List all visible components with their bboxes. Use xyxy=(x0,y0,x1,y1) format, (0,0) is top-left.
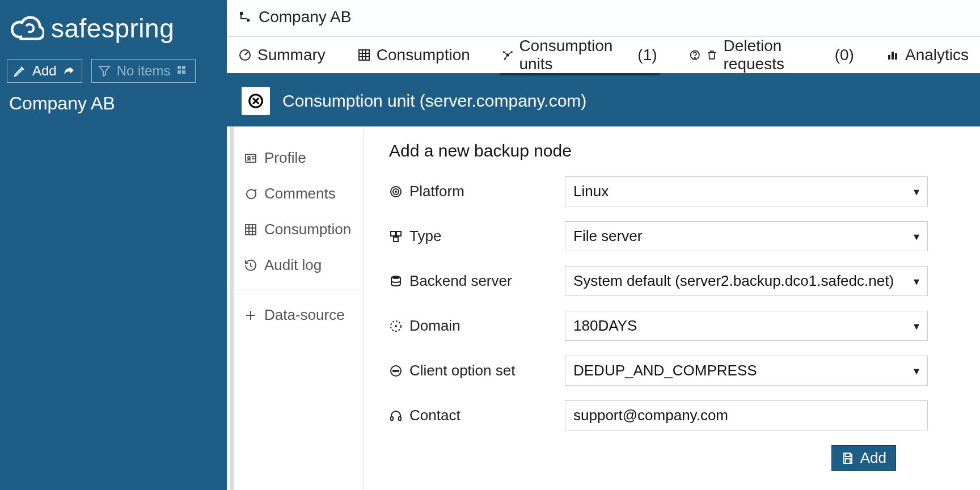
add-button-label: Add xyxy=(32,63,57,79)
tab-consumption-label: Consumption xyxy=(377,46,470,64)
close-icon xyxy=(247,92,264,109)
tab-units-label: Consumption units xyxy=(519,37,632,73)
sidebar-company[interactable]: Company AB xyxy=(0,93,227,114)
svg-rect-25 xyxy=(396,231,401,236)
comment-icon xyxy=(244,187,257,201)
sidebar-toolbar: Add No items xyxy=(0,59,227,93)
select-type[interactable]: File server ▾ xyxy=(565,221,928,251)
headset-icon xyxy=(389,409,403,423)
breadcrumb: Company AB xyxy=(227,0,980,37)
save-icon xyxy=(841,451,855,465)
svg-rect-1 xyxy=(182,66,185,69)
subnav-profile-label: Profile xyxy=(264,149,306,167)
svg-rect-0 xyxy=(178,66,181,69)
select-optionset-value: DEDUP_AND_COMPRESS xyxy=(573,362,757,379)
tab-summary-label: Summary xyxy=(257,46,326,64)
row-domain: Domain 180DAYS ▾ xyxy=(389,311,955,341)
select-optionset[interactable]: DEDUP_AND_COMPRESS ▾ xyxy=(565,356,928,386)
svg-rect-16 xyxy=(895,53,897,60)
funnel-icon xyxy=(98,64,111,78)
svg-rect-26 xyxy=(394,237,398,242)
svg-rect-36 xyxy=(846,453,850,457)
select-type-value: File server xyxy=(573,227,642,245)
subnav-profile[interactable]: Profile xyxy=(234,140,364,176)
select-platform[interactable]: Linux ▾ xyxy=(565,176,928,206)
content: Profile Comments Consumption Audit log xyxy=(230,126,980,490)
subnav-audit[interactable]: Audit log xyxy=(234,247,364,283)
logo: safespring xyxy=(0,6,227,59)
form-title: Add a new backup node xyxy=(389,141,955,160)
cloud-logo-icon xyxy=(10,11,44,45)
subnav-comments[interactable]: Comments xyxy=(234,176,364,212)
svg-point-33 xyxy=(398,370,399,371)
network-icon xyxy=(502,48,514,62)
form-add-button[interactable]: Add xyxy=(831,445,896,471)
chevron-down-icon: ▾ xyxy=(914,185,919,198)
subnav-divider xyxy=(234,290,364,290)
row-platform: Platform Linux ▾ xyxy=(389,176,955,206)
subnav-datasource[interactable]: Data-source xyxy=(234,297,364,333)
svg-rect-37 xyxy=(846,459,850,463)
label-platform: Platform xyxy=(409,183,464,200)
subnav-consumption[interactable]: Consumption xyxy=(234,212,364,247)
form-area: Add a new backup node Platform Linux ▾ T… xyxy=(364,126,980,490)
grid-icon xyxy=(176,64,189,78)
add-button[interactable]: Add xyxy=(7,59,82,83)
tab-analytics[interactable]: Analytics xyxy=(884,37,971,73)
database-icon xyxy=(389,274,403,288)
tab-analytics-label: Analytics xyxy=(905,46,969,64)
share-icon xyxy=(62,64,76,78)
history-icon xyxy=(244,259,257,272)
gauge-icon xyxy=(238,48,252,62)
chart-grid-icon xyxy=(357,48,371,62)
tab-deletion-label: Deletion requests xyxy=(724,37,829,73)
svg-point-19 xyxy=(248,157,250,159)
input-contact-value: support@company.com xyxy=(573,407,728,424)
tab-consumption-units[interactable]: Consumption units (1) xyxy=(500,37,660,73)
subnav-comments-label: Comments xyxy=(264,185,336,202)
label-optionset: Client option set xyxy=(409,362,515,379)
svg-rect-14 xyxy=(888,55,890,60)
subnav: Profile Comments Consumption Audit log xyxy=(234,126,364,490)
svg-rect-15 xyxy=(892,52,894,60)
input-contact[interactable]: support@company.com xyxy=(565,400,928,430)
edit-icon xyxy=(13,64,27,78)
chevron-down-icon: ▾ xyxy=(914,319,919,333)
breadcrumb-company[interactable]: Company AB xyxy=(259,8,351,26)
tab-consumption[interactable]: Consumption xyxy=(355,37,472,73)
row-contact: Contact support@company.com xyxy=(389,400,955,430)
close-button[interactable] xyxy=(242,87,270,115)
subnav-consumption-label: Consumption xyxy=(264,221,351,238)
label-contact: Contact xyxy=(409,407,461,424)
svg-rect-34 xyxy=(391,417,393,420)
label-backend: Backend server xyxy=(409,272,512,290)
tabs: Summary Consumption Consumption units (1… xyxy=(227,37,980,75)
svg-point-13 xyxy=(694,57,695,58)
select-domain[interactable]: 180DAYS ▾ xyxy=(565,311,928,341)
filter-button[interactable]: No items xyxy=(91,59,196,83)
tab-summary[interactable]: Summary xyxy=(236,37,328,73)
label-type: Type xyxy=(409,227,441,245)
target-icon xyxy=(389,185,403,198)
label-domain: Domain xyxy=(409,317,461,335)
svg-rect-3 xyxy=(182,70,185,74)
chevron-down-icon: ▾ xyxy=(914,364,919,378)
form-add-button-label: Add xyxy=(860,449,886,467)
subnav-audit-label: Audit log xyxy=(264,256,322,274)
ellipsis-circle-icon xyxy=(389,364,403,378)
svg-point-31 xyxy=(393,370,394,371)
bar-chart-icon xyxy=(886,48,899,62)
sidebar: safespring Add No items Company AB xyxy=(0,0,227,490)
svg-point-23 xyxy=(395,191,396,192)
brand-name: safespring xyxy=(51,13,174,44)
main: Company AB Summary Consumption Consumpti… xyxy=(227,0,980,490)
tab-units-count: (1) xyxy=(637,46,657,64)
svg-rect-2 xyxy=(178,70,181,74)
unit-header-title: Consumption unit (server.company.com) xyxy=(282,91,586,111)
tab-deletion-requests[interactable]: Deletion requests (0) xyxy=(687,37,856,73)
svg-point-29 xyxy=(395,325,397,327)
svg-rect-4 xyxy=(240,12,243,15)
filter-button-label: No items xyxy=(117,63,171,79)
select-backend[interactable]: System default (server2.backup.dco1.safe… xyxy=(565,266,928,296)
svg-rect-35 xyxy=(399,417,401,420)
